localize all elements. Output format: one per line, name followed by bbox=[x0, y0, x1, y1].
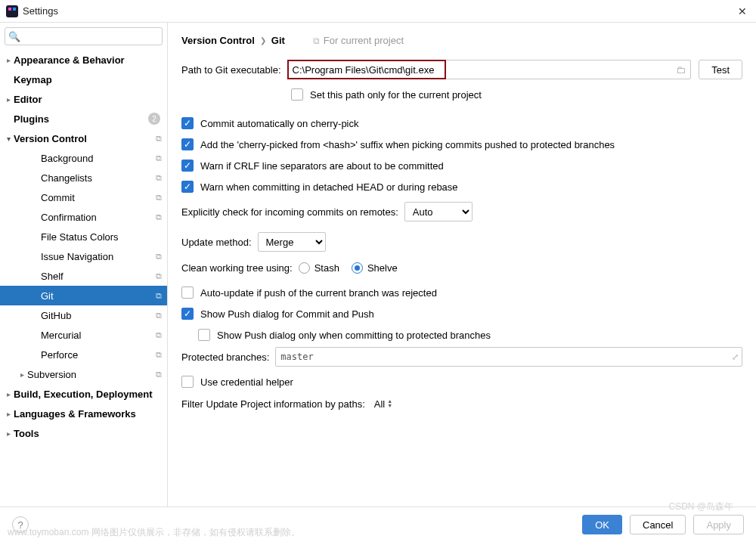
warn-crlf-label: Warn if CRLF line separators are about t… bbox=[200, 160, 444, 172]
chevron-right-icon[interactable]: ▸ bbox=[17, 370, 27, 379]
scope-hint: ⧉ For current project bbox=[313, 35, 404, 46]
show-push-protected-checkbox[interactable] bbox=[198, 329, 210, 341]
apply-button[interactable]: Apply bbox=[693, 515, 744, 534]
filter-update-label: Filter Update Project information by pat… bbox=[181, 398, 365, 410]
svg-rect-1 bbox=[8, 8, 11, 11]
explicit-check-select[interactable]: Auto bbox=[404, 202, 472, 221]
warn-detached-checkbox[interactable] bbox=[181, 181, 194, 193]
tree-item-version-control[interactable]: ▾Version Control⧉ bbox=[0, 129, 167, 148]
tree-item-background[interactable]: Background⧉ bbox=[0, 148, 167, 168]
git-path-label: Path to Git executable: bbox=[181, 64, 281, 76]
shelve-radio[interactable] bbox=[352, 262, 363, 274]
tree-item-issue-navigation[interactable]: Issue Navigation⧉ bbox=[0, 246, 167, 266]
main-panel: Version Control ❯ Git ⧉ For current proj… bbox=[168, 23, 756, 506]
tree-item-label: Background bbox=[41, 153, 156, 164]
tree-item-label: Shelf bbox=[41, 271, 156, 282]
tree-item-confirmation[interactable]: Confirmation⧉ bbox=[0, 207, 167, 227]
settings-tree: ▸Appearance & BehaviorKeymap▸EditorPlugi… bbox=[0, 50, 167, 506]
git-path-input[interactable] bbox=[293, 64, 675, 76]
tree-item-build-execution-deployment[interactable]: ▸Build, Execution, Deployment bbox=[0, 384, 167, 404]
update-method-select[interactable]: Merge bbox=[258, 232, 326, 252]
chevron-right-icon[interactable]: ▸ bbox=[3, 429, 14, 438]
show-push-protected-label: Show Push dialog only when committing to… bbox=[217, 330, 491, 341]
warn-crlf-checkbox[interactable] bbox=[181, 160, 194, 172]
copy-icon: ⧉ bbox=[156, 370, 162, 379]
breadcrumb-parent[interactable]: Version Control bbox=[181, 35, 255, 46]
tree-item-editor[interactable]: ▸Editor bbox=[0, 89, 167, 109]
help-button[interactable]: ? bbox=[12, 516, 29, 533]
copy-icon: ⧉ bbox=[156, 153, 162, 163]
cherry-suffix-checkbox[interactable] bbox=[181, 138, 194, 150]
copy-icon: ⧉ bbox=[156, 330, 162, 340]
clean-tree-label: Clean working tree using: bbox=[181, 262, 293, 274]
protected-branches-input-wrap[interactable]: ⤢ bbox=[275, 347, 742, 367]
commit-cherry-label: Commit automatically on cherry-pick bbox=[200, 118, 359, 129]
credential-helper-checkbox[interactable] bbox=[181, 376, 194, 388]
tree-item-label: Plugins bbox=[14, 113, 148, 125]
tree-item-label: Confirmation bbox=[41, 212, 156, 223]
cherry-suffix-label: Add the 'cherry-picked from <hash>' suff… bbox=[200, 139, 615, 150]
tree-item-github[interactable]: GitHub⧉ bbox=[0, 305, 167, 325]
git-path-input-wrap[interactable]: 🗀 bbox=[287, 60, 692, 79]
tree-item-label: Appearance & Behavior bbox=[14, 54, 163, 66]
copy-icon: ⧉ bbox=[156, 212, 162, 222]
folder-icon[interactable]: 🗀 bbox=[674, 64, 687, 76]
copy-icon: ⧉ bbox=[156, 311, 162, 321]
tree-item-perforce[interactable]: Perforce⧉ bbox=[0, 345, 167, 364]
copy-icon: ⧉ bbox=[156, 252, 162, 262]
chevron-right-icon[interactable]: ▸ bbox=[3, 56, 14, 64]
tree-item-label: Version Control bbox=[14, 133, 156, 144]
show-push-dialog-label: Show Push dialog for Commit and Push bbox=[200, 308, 374, 320]
chevron-down-icon[interactable]: ▾ bbox=[3, 135, 14, 143]
svg-rect-0 bbox=[6, 5, 18, 17]
test-button[interactable]: Test bbox=[699, 60, 742, 79]
tree-item-label: Keymap bbox=[14, 74, 163, 85]
cancel-button[interactable]: Cancel bbox=[630, 515, 686, 534]
search-icon: 🔍 bbox=[8, 31, 20, 42]
filter-stepper-icon[interactable]: ▲▼ bbox=[387, 399, 392, 408]
dialog-footer: ? OK Cancel Apply bbox=[0, 506, 756, 542]
chevron-right-icon[interactable]: ▸ bbox=[3, 390, 14, 398]
tree-item-file-status-colors[interactable]: File Status Colors bbox=[0, 227, 167, 246]
update-method-label: Update method: bbox=[181, 237, 252, 248]
chevron-right-icon[interactable]: ▸ bbox=[3, 410, 14, 418]
chevron-right-icon[interactable]: ▸ bbox=[3, 95, 14, 104]
copy-icon: ⧉ bbox=[156, 291, 162, 301]
tree-item-shelf[interactable]: Shelf⧉ bbox=[0, 266, 167, 286]
stash-radio[interactable] bbox=[299, 262, 310, 274]
tree-item-label: File Status Colors bbox=[41, 231, 163, 243]
auto-update-push-checkbox[interactable] bbox=[181, 286, 194, 299]
tree-item-label: Build, Execution, Deployment bbox=[14, 389, 163, 400]
tree-item-commit[interactable]: Commit⧉ bbox=[0, 187, 167, 207]
ok-button[interactable]: OK bbox=[582, 515, 622, 534]
filter-update-value[interactable]: All bbox=[374, 398, 385, 410]
tree-item-changelists[interactable]: Changelists⧉ bbox=[0, 168, 167, 187]
titlebar: Settings ✕ bbox=[0, 0, 756, 23]
close-button[interactable]: ✕ bbox=[735, 5, 750, 17]
breadcrumb: Version Control ❯ Git ⧉ For current proj… bbox=[181, 35, 742, 46]
search-input[interactable] bbox=[23, 31, 159, 42]
show-push-dialog-checkbox[interactable] bbox=[181, 308, 194, 320]
tree-item-label: Commit bbox=[41, 192, 156, 203]
tree-item-git[interactable]: Git⧉ bbox=[0, 286, 167, 305]
tree-item-label: Changelists bbox=[41, 172, 156, 184]
shelve-label: Shelve bbox=[367, 262, 398, 274]
expand-icon[interactable]: ⤢ bbox=[732, 352, 739, 362]
commit-cherry-checkbox[interactable] bbox=[181, 117, 194, 129]
search-input-wrap[interactable]: 🔍 bbox=[5, 27, 163, 45]
set-path-current-project-checkbox[interactable] bbox=[291, 88, 303, 101]
tree-item-plugins[interactable]: Plugins2 bbox=[0, 109, 167, 129]
tree-item-keymap[interactable]: Keymap bbox=[0, 70, 167, 89]
tree-item-appearance-behavior[interactable]: ▸Appearance & Behavior bbox=[0, 50, 167, 70]
tree-item-languages-frameworks[interactable]: ▸Languages & Frameworks bbox=[0, 404, 167, 423]
window-title: Settings bbox=[23, 5, 735, 17]
set-path-current-project-label: Set this path only for the current proje… bbox=[310, 89, 482, 101]
protected-branches-label: Protected branches: bbox=[181, 352, 269, 363]
credential-helper-label: Use credential helper bbox=[200, 376, 293, 388]
tree-item-label: Perforce bbox=[41, 349, 156, 361]
protected-branches-input[interactable] bbox=[280, 352, 732, 362]
tree-item-tools[interactable]: ▸Tools bbox=[0, 423, 167, 443]
tree-item-label: Editor bbox=[14, 94, 163, 105]
tree-item-subversion[interactable]: ▸Subversion⧉ bbox=[0, 364, 167, 384]
tree-item-mercurial[interactable]: Mercurial⧉ bbox=[0, 325, 167, 345]
